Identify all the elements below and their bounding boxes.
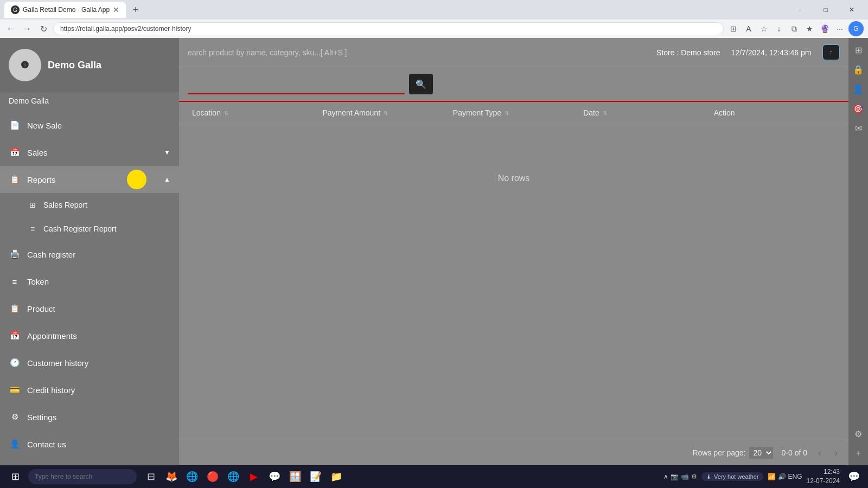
right-panel-add-button[interactable]: + <box>851 446 866 461</box>
search-input[interactable] <box>188 74 405 94</box>
sort-icon[interactable]: ⇅ <box>505 110 509 116</box>
sidebar-item-token[interactable]: ≡ Token <box>0 268 179 295</box>
sidebar-item-cash-register-report[interactable]: ≡ Cash Register Report <box>0 217 179 241</box>
token-icon: ≡ <box>9 275 21 287</box>
col-location: Location ⇅ <box>188 108 318 117</box>
taskbar-icon-app1[interactable]: 🔴 <box>203 467 222 486</box>
system-tray[interactable]: ∧ 📷 📹 ⚙ <box>663 473 697 480</box>
sort-icon[interactable]: ⇅ <box>384 110 388 116</box>
taskbar: ⊞ ⊟ 🦊 🌐 🔴 🌐 ▶ 💬 🪟 📝 📁 ∧ 📷 📹 ⚙ 🌡 Very hot <box>0 465 868 488</box>
reports-arrow: ▲ <box>164 176 170 183</box>
main-header: earch product by name, category, sku...[… <box>179 38 848 67</box>
sidebar-item-label: Sales <box>27 148 157 157</box>
profile-icon[interactable]: G <box>848 21 864 36</box>
contact-icon: 👤 <box>9 438 21 450</box>
volume-icon[interactable]: 🔊 <box>778 473 786 480</box>
taskbar-search[interactable] <box>28 469 137 484</box>
app-name: Demo Galla <box>48 60 101 71</box>
right-panel: ⊞ 🔒 👤 🎯 ✉ ⚙ + <box>848 38 868 465</box>
sidebar-item-label: Token <box>27 277 170 286</box>
collections-button[interactable]: ★ <box>803 22 816 35</box>
sidebar-item-contact-us[interactable]: 👤 Contact us <box>0 431 179 458</box>
upload-button[interactable]: ↑ <box>822 44 840 60</box>
screenshot-icon[interactable]: 📷 <box>671 473 679 480</box>
maximize-button[interactable]: □ <box>814 2 838 17</box>
sidebar-item-label: Settings <box>27 413 170 422</box>
network-icon[interactable]: 📶 <box>768 473 776 480</box>
taskbar-icon-chrome[interactable]: 🌐 <box>224 467 243 486</box>
col-date: Date ⇅ <box>579 108 709 117</box>
sort-icon[interactable]: ⇅ <box>603 110 607 116</box>
minimize-button[interactable]: ─ <box>788 2 812 17</box>
sidebar-item-new-sale[interactable]: 📄 New Sale <box>0 112 179 139</box>
sidebar-item-credit-history[interactable]: 💳 Credit history <box>0 376 179 403</box>
taskbar-icon-task-view[interactable]: ⊟ <box>141 467 161 486</box>
sidebar-item-sales-report[interactable]: ⊞ Sales Report <box>0 193 179 217</box>
pagination-prev-button[interactable]: ‹ <box>816 447 824 459</box>
search-bar-section: 🔍 <box>179 67 848 102</box>
right-panel-icon-5[interactable]: ✉ <box>851 120 866 136</box>
sidebar-item-reports[interactable]: 📋 Reports ▲ <box>0 166 179 193</box>
col-payment-type: Payment Type ⇅ <box>449 108 579 117</box>
rows-per-page-section: Rows per page: 20 <box>692 447 773 459</box>
taskbar-icon-store[interactable]: 🪟 <box>285 467 305 486</box>
reader-mode-button[interactable]: A <box>742 22 755 35</box>
more-options-button[interactable]: ··· <box>833 22 846 35</box>
download-button[interactable]: ↓ <box>773 22 786 35</box>
sidebar-header: 🅖 Demo Galla <box>0 38 179 92</box>
taskbar-icon-skype[interactable]: 💬 <box>265 467 284 486</box>
expand-tray-icon[interactable]: ∧ <box>663 473 668 480</box>
browser-menu-button[interactable]: ⊞ <box>727 22 740 35</box>
table-header: Location ⇅ Payment Amount ⇅ Payment Type… <box>179 102 848 124</box>
new-tab-button[interactable]: + <box>128 2 143 17</box>
address-bar[interactable]: https://retail.galla.app/posv2/customer-… <box>53 22 724 35</box>
taskbar-icon-youtube[interactable]: ▶ <box>244 467 264 486</box>
taskbar-icon-edge[interactable]: 🌐 <box>182 467 202 486</box>
favorite-button[interactable]: ☆ <box>757 22 770 35</box>
sidebar-item-appointments[interactable]: 📅 Appointments <box>0 322 179 349</box>
sidebar-item-settings[interactable]: ⚙ Settings <box>0 403 179 431</box>
right-panel-icon-4[interactable]: 🎯 <box>851 101 866 116</box>
sidebar-item-customer-history[interactable]: 🕐 Customer history <box>0 349 179 376</box>
active-tab[interactable]: G Galla Retail Demo - Galla App ✕ <box>4 2 126 18</box>
new-sale-icon: 📄 <box>9 119 21 131</box>
search-button[interactable]: 🔍 <box>409 74 433 94</box>
sidebar-item-label: Cash register <box>27 250 170 259</box>
split-view-button[interactable]: ⧉ <box>788 22 801 35</box>
sidebar-item-sales[interactable]: 📅 Sales ▼ <box>0 139 179 166</box>
right-panel-icon-2[interactable]: 🔒 <box>851 62 866 77</box>
sales-icon: 📅 <box>9 146 21 158</box>
forward-button[interactable]: → <box>21 22 34 35</box>
start-button[interactable]: ⊞ <box>4 467 26 486</box>
main-content: earch product by name, category, sku...[… <box>179 38 848 465</box>
sidebar-item-product[interactable]: 📋 Product <box>0 295 179 322</box>
extension-button[interactable]: 🔮 <box>818 22 831 35</box>
sidebar-item-help[interactable]: ℹ Help <box>0 458 179 465</box>
camera-icon[interactable]: 📹 <box>681 473 689 480</box>
search-hint: earch product by name, category, sku...[… <box>188 48 347 57</box>
sidebar-sub-item-label: Cash Register Report <box>43 224 117 233</box>
tab-favicon: G <box>11 5 20 14</box>
refresh-button[interactable]: ↻ <box>37 22 50 35</box>
taskbar-icon-files[interactable]: 📁 <box>327 467 346 486</box>
settings-icon: ⚙ <box>9 411 21 423</box>
weather-widget[interactable]: 🌡 Very hot weather <box>701 472 763 481</box>
sidebar-item-cash-register[interactable]: 🖨️ Cash register <box>0 241 179 268</box>
sort-icon[interactable]: ⇅ <box>224 110 228 116</box>
clock-time: 12:43 <box>807 467 840 477</box>
back-button[interactable]: ← <box>4 22 17 35</box>
notification-button[interactable]: 💬 <box>844 467 864 486</box>
url-text: https://retail.galla.app/posv2/customer-… <box>60 25 191 33</box>
settings-tray-icon[interactable]: ⚙ <box>691 473 697 480</box>
lang-label: ENG <box>788 473 802 480</box>
close-button[interactable]: ✕ <box>840 2 864 17</box>
right-panel-icon-3[interactable]: 👤 <box>851 81 866 97</box>
pagination-next-button[interactable]: › <box>832 447 840 459</box>
right-panel-icon-1[interactable]: ⊞ <box>851 42 866 57</box>
taskbar-icon-notes[interactable]: 📝 <box>306 467 326 486</box>
right-panel-icon-6[interactable]: ⚙ <box>851 426 866 441</box>
taskbar-icon-firefox[interactable]: 🦊 <box>162 467 181 486</box>
rows-per-page-select[interactable]: 20 <box>749 447 773 459</box>
sidebar: 🅖 Demo Galla Demo Galla 📄 New Sale 📅 Sal… <box>0 38 179 465</box>
tab-close-button[interactable]: ✕ <box>113 5 119 14</box>
